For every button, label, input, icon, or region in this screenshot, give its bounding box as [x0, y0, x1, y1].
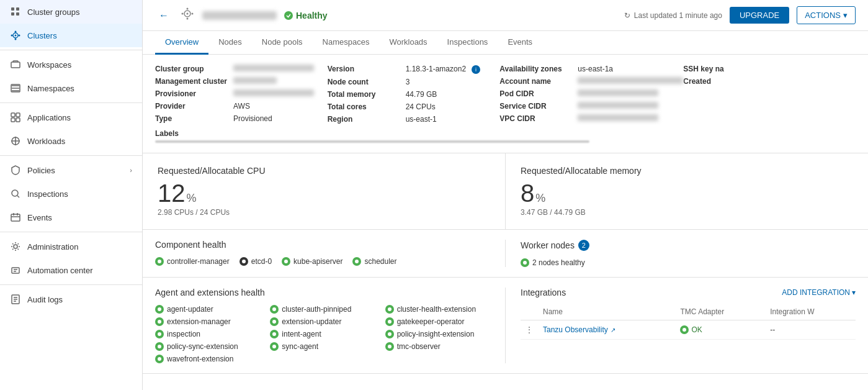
sidebar-item-inspections[interactable]: Inspections [0, 182, 142, 206]
provisioner-row: Provisioner [155, 89, 328, 98]
health-item-etcd: etcd-0 [239, 257, 272, 266]
svg-rect-0 [11, 7, 14, 11]
svg-point-17 [12, 190, 18, 196]
svg-rect-18 [11, 214, 20, 221]
tmc-observer-icon [385, 342, 394, 351]
cluster-group-label: Cluster group [155, 65, 230, 73]
account-name-label: Account name [499, 77, 574, 86]
agent-health-items: agent-updater cluster-auth-pinniped clus… [155, 305, 490, 363]
tab-overview[interactable]: Overview [155, 31, 208, 55]
sidebar-item-applications[interactable]: Applications [0, 106, 142, 129]
component-health-items: controller-manager etcd-0 kube-apiserver… [155, 257, 490, 266]
cpu-percent-value: 12 [158, 181, 186, 206]
total-cores-value: 24 CPUs [406, 102, 436, 111]
intent-agent-icon [270, 330, 279, 338]
audit-logs-icon [10, 294, 21, 305]
sidebar-item-administration[interactable]: Administration [0, 235, 142, 258]
cpu-pct-symbol: % [187, 192, 197, 205]
row-more-icon[interactable]: ⋮ [521, 320, 538, 340]
agent-item-gatekeeper-operator: gatekeeper-operator [385, 317, 490, 326]
region-row: Region us-east-1 [328, 115, 500, 124]
agent-item-extension-manager: extension-manager [155, 317, 260, 326]
last-updated-text: ↻ Last updated 1 minute ago [624, 11, 722, 20]
sidebar-item-events[interactable]: Events [0, 206, 142, 229]
back-button[interactable]: ← [155, 9, 172, 22]
actions-button[interactable]: ACTIONS ▾ [797, 6, 856, 24]
tab-nodes[interactable]: Nodes [208, 31, 252, 55]
tab-events[interactable]: Events [498, 31, 542, 55]
upgrade-button[interactable]: UPGRADE [730, 7, 789, 24]
cluster-groups-icon [10, 6, 21, 17]
extension-updater-icon [270, 317, 279, 326]
policy-sync-extension-icon [155, 342, 164, 351]
svg-rect-13 [16, 113, 20, 117]
sidebar-item-workspaces[interactable]: Workspaces [0, 53, 142, 76]
svg-rect-15 [16, 118, 20, 122]
header-bar: ← Healthy ↻ Last updated 1 minute ago UP… [143, 0, 868, 31]
cluster-icon [180, 6, 195, 24]
svg-point-5 [15, 35, 17, 37]
sidebar-item-namespaces[interactable]: Namespaces [0, 76, 142, 100]
type-row: Type Provisioned [155, 114, 328, 123]
sidebar-item-events-label: Events [27, 213, 52, 222]
memory-percent-value: 8 [521, 181, 534, 206]
agent-item-inspection: inspection [155, 330, 260, 338]
region-value: us-east-1 [406, 115, 437, 124]
version-info-icon[interactable]: i [472, 65, 480, 74]
provisioner-label: Provisioner [155, 89, 230, 98]
health-dot-icon [284, 11, 293, 20]
sidebar-item-policies[interactable]: Policies › [0, 158, 142, 182]
gatekeeper-operator-icon [385, 317, 394, 326]
pod-cidr-row: Pod CIDR [499, 89, 683, 98]
memory-sub-text: 3.47 GB / 44.79 GB [521, 208, 853, 217]
tab-node-pools[interactable]: Node pools [252, 31, 313, 55]
agent-item-cluster-health-extension: cluster-health-extension [385, 305, 490, 314]
component-health-card: Component health controller-manager etcd… [155, 240, 506, 267]
sidebar-item-clusters[interactable]: Clusters [0, 24, 142, 47]
sync-agent-icon [270, 342, 279, 351]
svg-rect-1 [11, 12, 14, 16]
sidebar-item-audit-logs[interactable]: Audit logs [0, 288, 142, 311]
agent-item-extension-updater: extension-updater [270, 317, 375, 326]
availability-zones-label: Availability zones [499, 65, 574, 73]
health-item-controller-manager: controller-manager [155, 257, 230, 266]
add-integration-button[interactable]: ADD INTEGRATION ▾ [782, 288, 856, 297]
sidebar-divider-1 [0, 50, 142, 50]
tab-workloads[interactable]: Workloads [379, 31, 437, 55]
node-count-label: Node count [328, 78, 402, 86]
worker-nodes-title: Worker nodes 2 [521, 240, 856, 251]
agent-item-wavefront-extension: wavefront-extension [155, 355, 260, 363]
cpu-sub-text: 2.98 CPUs / 24 CPUs [158, 208, 490, 217]
agent-item-intent-agent: intent-agent [270, 330, 375, 338]
version-label: Version [328, 65, 402, 73]
worker-nodes-card: Worker nodes 2 2 nodes healthy [506, 240, 856, 267]
sidebar-item-cluster-groups[interactable]: Cluster groups [0, 0, 142, 24]
sidebar-divider-4 [0, 232, 142, 232]
service-cidr-row: Service CIDR [499, 102, 683, 111]
vpc-cidr-label: VPC CIDR [499, 114, 574, 123]
integration-name-cell: Tanzu Observability ↗ [538, 320, 675, 340]
total-memory-value: 44.79 GB [406, 90, 437, 99]
cluster-health-extension-icon [385, 305, 394, 314]
applications-icon [10, 112, 21, 123]
info-col-1: Cluster group Management cluster Provisi… [155, 65, 328, 124]
sidebar-item-namespaces-label: Namespaces [27, 84, 74, 93]
svg-point-6 [15, 31, 17, 33]
sidebar-item-workloads-label: Workloads [27, 137, 65, 146]
svg-rect-2 [16, 7, 19, 11]
tab-namespaces[interactable]: Namespaces [313, 31, 380, 55]
health-section: Component health controller-manager etcd… [143, 230, 868, 278]
integrations-col-tmc-adapter: TMC Adapter [675, 304, 765, 320]
sidebar-item-automation-center[interactable]: Automation center [0, 258, 142, 282]
info-col-4: SSH key na Created [683, 65, 856, 124]
management-cluster-value [233, 77, 277, 84]
integration-w-cell: -- [765, 320, 856, 340]
tanzu-observability-link[interactable]: Tanzu Observability ↗ [543, 325, 670, 334]
overview-content: Cluster group Management cluster Provisi… [143, 55, 868, 390]
ok-status-icon [680, 325, 689, 334]
tmc-adapter-cell: OK [675, 320, 765, 340]
tab-inspections[interactable]: Inspections [437, 31, 498, 55]
integrations-table-header-row: Name TMC Adapter Integration W [521, 304, 856, 320]
svg-rect-10 [11, 62, 20, 68]
sidebar-item-workloads[interactable]: Workloads [0, 129, 142, 153]
